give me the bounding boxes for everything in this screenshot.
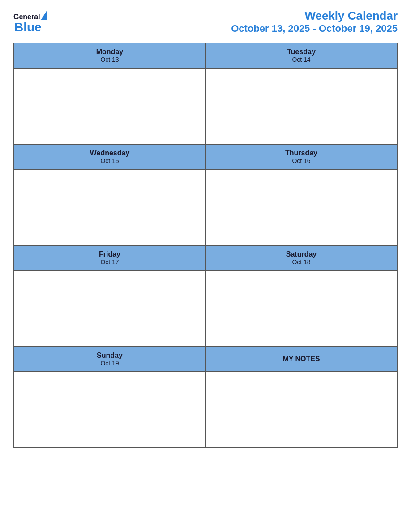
tuesday-header: Tuesday Oct 14 <box>206 43 397 68</box>
header-row-1: Monday Oct 13 Tuesday Oct 14 <box>14 43 397 68</box>
friday-date: Oct 17 <box>16 258 203 266</box>
friday-body[interactable] <box>14 270 206 347</box>
thursday-name: Thursday <box>208 149 395 157</box>
page-header: General Blue Weekly Calendar October 13,… <box>13 9 398 34</box>
notes-body[interactable] <box>206 372 397 448</box>
logo-triangle-icon <box>41 10 47 20</box>
body-row-3 <box>14 270 397 347</box>
monday-header: Monday Oct 13 <box>14 43 206 68</box>
calendar-title: Weekly Calendar <box>231 9 398 23</box>
wednesday-body[interactable] <box>14 169 206 245</box>
saturday-body[interactable] <box>206 270 397 347</box>
logo-top: General <box>13 10 47 21</box>
tuesday-body[interactable] <box>206 68 397 144</box>
wednesday-date: Oct 15 <box>16 157 203 164</box>
friday-header: Friday Oct 17 <box>14 245 206 270</box>
body-row-1 <box>14 68 397 144</box>
calendar-grid: Monday Oct 13 Tuesday Oct 14 Wednesday O… <box>13 43 398 448</box>
thursday-date: Oct 16 <box>208 157 395 164</box>
saturday-date: Oct 18 <box>208 258 395 266</box>
sunday-header: Sunday Oct 19 <box>14 347 206 372</box>
wednesday-name: Wednesday <box>16 149 203 157</box>
body-row-4 <box>14 372 397 448</box>
body-row-2 <box>14 169 397 245</box>
saturday-name: Saturday <box>208 250 395 258</box>
notes-label: MY NOTES <box>283 355 320 363</box>
sunday-date: Oct 19 <box>16 360 203 367</box>
thursday-header: Thursday Oct 16 <box>206 144 397 169</box>
logo-general-text: General <box>13 13 40 21</box>
tuesday-name: Tuesday <box>208 48 395 56</box>
monday-name: Monday <box>16 48 203 56</box>
wednesday-header: Wednesday Oct 15 <box>14 144 206 169</box>
tuesday-date: Oct 14 <box>208 56 395 63</box>
notes-header: MY NOTES <box>206 347 397 372</box>
logo: General Blue <box>13 10 47 34</box>
saturday-header: Saturday Oct 18 <box>206 245 397 270</box>
logo-blue-text: Blue <box>13 21 42 34</box>
header-row-2: Wednesday Oct 15 Thursday Oct 16 <box>14 144 397 169</box>
header-row-4: Sunday Oct 19 MY NOTES <box>14 347 397 372</box>
header-row-3: Friday Oct 17 Saturday Oct 18 <box>14 245 397 270</box>
sunday-body[interactable] <box>14 372 206 448</box>
sunday-name: Sunday <box>16 352 203 360</box>
title-block: Weekly Calendar October 13, 2025 - Octob… <box>231 9 398 34</box>
monday-body[interactable] <box>14 68 206 144</box>
friday-name: Friday <box>16 250 203 258</box>
thursday-body[interactable] <box>206 169 397 245</box>
monday-date: Oct 13 <box>16 56 203 63</box>
calendar-date-range: October 13, 2025 - October 19, 2025 <box>231 23 398 34</box>
